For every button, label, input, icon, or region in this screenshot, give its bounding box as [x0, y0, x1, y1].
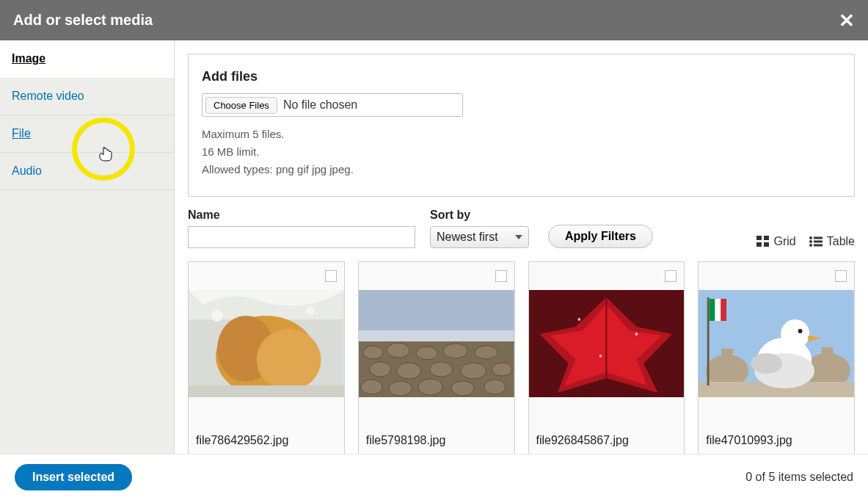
- svg-point-28: [429, 362, 452, 377]
- svg-rect-44: [822, 347, 834, 360]
- svg-point-33: [418, 379, 442, 395]
- name-filter-input[interactable]: [188, 226, 415, 248]
- select-media-checkbox[interactable]: [835, 270, 847, 282]
- svg-point-37: [577, 318, 580, 321]
- media-card[interactable]: file5798198.jpg: [358, 261, 515, 454]
- svg-point-24: [443, 344, 467, 358]
- selection-count: 0 of 5 items selected: [745, 471, 853, 484]
- svg-rect-9: [814, 244, 823, 247]
- media-filename: file926845867.jpg: [536, 434, 629, 447]
- svg-point-8: [809, 244, 812, 247]
- sidebar-item-label: File: [12, 127, 31, 140]
- upload-box: Add files Choose Files No file chosen Ma…: [188, 54, 855, 197]
- svg-point-6: [809, 240, 812, 243]
- sidebar-item-label: Remote video: [12, 90, 84, 102]
- media-caption-wrap: file926845867.jpg: [529, 397, 685, 454]
- sort-select[interactable]: Newest first: [430, 226, 529, 248]
- sidebar-item-audio[interactable]: Audio: [0, 153, 174, 190]
- svg-rect-7: [814, 241, 823, 243]
- media-type-sidebar: Image Remote video File Audio: [0, 40, 175, 454]
- name-filter-group: Name: [188, 209, 415, 248]
- table-icon: [809, 236, 823, 247]
- grid-view-label: Grid: [774, 235, 796, 248]
- svg-rect-3: [764, 242, 769, 247]
- sidebar-item-label: Image: [12, 52, 45, 65]
- svg-rect-47: [710, 299, 715, 321]
- name-filter-label: Name: [188, 209, 415, 222]
- sort-selected-value: Newest first: [437, 231, 498, 244]
- add-files-label: Add files: [202, 69, 841, 84]
- svg-point-27: [396, 363, 420, 379]
- sidebar-item-file[interactable]: File: [0, 115, 174, 153]
- svg-rect-1: [764, 236, 769, 240]
- svg-point-14: [257, 329, 321, 391]
- svg-point-34: [451, 381, 474, 396]
- svg-point-26: [369, 362, 390, 377]
- svg-rect-48: [715, 299, 721, 321]
- svg-point-32: [389, 381, 412, 396]
- hint-size-limit: 16 MB limit.: [202, 143, 841, 161]
- media-thumbnail: [699, 290, 854, 397]
- hint-max-files: Maximum 5 files.: [202, 126, 841, 143]
- dialog-footer: Insert selected 0 of 5 items selected: [0, 454, 868, 500]
- sidebar-item-remote-video[interactable]: Remote video: [0, 78, 174, 115]
- media-card[interactable]: file786429562.jpg: [188, 261, 345, 454]
- svg-point-54: [751, 353, 782, 374]
- select-media-checkbox[interactable]: [665, 270, 676, 282]
- sort-filter-group: Sort by Newest first: [430, 209, 529, 248]
- view-toggles: Grid Table: [756, 235, 855, 248]
- card-checkbox-wrap: [699, 262, 854, 290]
- file-input[interactable]: Choose Files No file chosen: [202, 93, 463, 117]
- svg-point-22: [387, 343, 409, 358]
- svg-point-52: [781, 319, 809, 349]
- apply-filters-button[interactable]: Apply Filters: [548, 225, 653, 248]
- close-icon[interactable]: ✕: [839, 11, 855, 30]
- file-chosen-status: No file chosen: [283, 98, 357, 112]
- svg-rect-5: [814, 237, 823, 239]
- svg-rect-0: [756, 236, 762, 240]
- media-caption-wrap: file5798198.jpg: [359, 397, 514, 454]
- media-filename: file47010993.jpg: [706, 434, 792, 447]
- dialog-title: Add or select media: [13, 12, 153, 29]
- svg-point-16: [306, 306, 315, 315]
- media-caption-wrap: file47010993.jpg: [699, 397, 854, 454]
- card-checkbox-wrap: [189, 262, 344, 290]
- insert-selected-button[interactable]: Insert selected: [15, 464, 132, 490]
- svg-point-31: [361, 380, 382, 394]
- select-media-checkbox[interactable]: [495, 270, 507, 282]
- media-card[interactable]: file47010993.jpg: [698, 261, 855, 454]
- svg-point-35: [484, 380, 506, 394]
- card-checkbox-wrap: [359, 262, 514, 290]
- svg-rect-42: [721, 349, 733, 362]
- main-panel: Add files Choose Files No file chosen Ma…: [175, 40, 868, 454]
- select-media-checkbox[interactable]: [325, 270, 337, 282]
- media-thumbnail: [189, 290, 344, 397]
- svg-point-23: [416, 347, 437, 360]
- media-thumbnail: [529, 290, 685, 397]
- filter-row: Name Sort by Newest first Apply Filters: [188, 209, 855, 248]
- svg-point-4: [809, 236, 812, 239]
- svg-rect-19: [359, 330, 514, 341]
- dialog-header: Add or select media ✕: [0, 0, 868, 40]
- choose-files-button[interactable]: Choose Files: [205, 97, 277, 114]
- svg-point-38: [635, 333, 638, 336]
- sidebar-item-label: Audio: [12, 164, 42, 177]
- grid-view-toggle[interactable]: Grid: [756, 235, 796, 248]
- sort-filter-label: Sort by: [430, 209, 529, 222]
- svg-point-30: [492, 363, 511, 376]
- dialog-body: Image Remote video File Audio Add files …: [0, 40, 868, 454]
- svg-rect-2: [756, 242, 762, 247]
- svg-point-15: [211, 310, 223, 322]
- svg-point-53: [798, 329, 803, 333]
- media-grid: file786429562.jpg: [188, 261, 855, 454]
- svg-point-25: [475, 346, 497, 359]
- media-caption-wrap: file786429562.jpg: [189, 397, 344, 454]
- table-view-label: Table: [827, 235, 855, 248]
- chevron-down-icon: [515, 235, 522, 239]
- media-card[interactable]: file926845867.jpg: [528, 261, 685, 454]
- svg-point-21: [363, 346, 383, 359]
- svg-point-29: [460, 363, 486, 379]
- table-view-toggle[interactable]: Table: [809, 235, 855, 248]
- svg-rect-49: [721, 299, 727, 321]
- sidebar-item-image[interactable]: Image: [0, 40, 174, 78]
